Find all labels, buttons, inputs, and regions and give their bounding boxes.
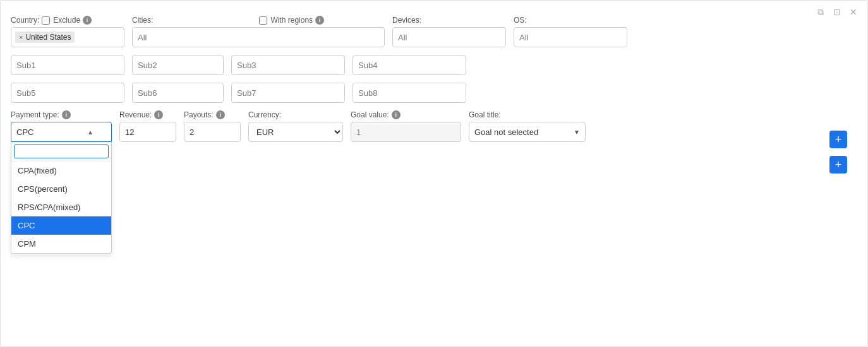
goal-title-select[interactable]: Goal not selected ▼: [469, 122, 586, 142]
cities-input[interactable]: [132, 27, 385, 47]
dropdown-search-container: [11, 142, 111, 162]
row-sub1-4: [11, 55, 857, 75]
sub2-input[interactable]: [132, 55, 224, 75]
goal-title-arrow: ▼: [574, 129, 580, 136]
goal-value-field: Goal value: i: [351, 110, 461, 142]
plus-button-2[interactable]: +: [829, 156, 847, 174]
revenue-info-icon[interactable]: i: [154, 110, 163, 119]
goal-title-field: Goal title: Goal not selected ▼: [469, 110, 586, 142]
payouts-info-icon[interactable]: i: [216, 110, 225, 119]
top-icons: ⧉ ⊡ ✕: [814, 6, 860, 18]
country-tag-close[interactable]: ×: [19, 33, 23, 41]
revenue-field: Revenue: i: [119, 110, 176, 142]
payment-row-wrapper: Payment type: i CPC ▲ CPA(fixed) CPS(per…: [11, 110, 857, 142]
country-info-icon[interactable]: i: [83, 16, 92, 25]
with-regions-label[interactable]: With regions: [259, 16, 313, 25]
goal-value-label: Goal value: i: [351, 110, 461, 119]
dropdown-item-cpa-fixed[interactable]: CPA(fixed): [11, 162, 111, 180]
plus-button-1[interactable]: +: [829, 131, 847, 148]
row-payment: Payment type: i CPC ▲ CPA(fixed) CPS(per…: [11, 110, 857, 142]
main-container: ⧉ ⊡ ✕ Country: Exclude i × United States: [0, 0, 868, 347]
row-1: Country: Exclude i × United States Citie…: [11, 16, 857, 47]
goal-value-info-icon[interactable]: i: [392, 110, 401, 119]
payment-info-icon[interactable]: i: [62, 110, 71, 119]
country-label: Country: Exclude i: [11, 16, 124, 25]
country-tag-input[interactable]: × United States: [11, 27, 124, 47]
cities-label-row: Cities: With regions i: [132, 16, 385, 25]
dropdown-item-cpm[interactable]: CPM: [11, 235, 111, 253]
payouts-input[interactable]: [184, 122, 241, 142]
currency-select[interactable]: EUR USD GBP: [248, 122, 343, 142]
currency-label: Currency:: [248, 110, 343, 119]
os-label: OS:: [514, 16, 627, 25]
payment-type-select[interactable]: CPC ▲: [11, 122, 112, 142]
payment-type-arrow: ▲: [87, 129, 93, 136]
payment-type-dropdown: CPA(fixed) CPS(percent) RPS/CPA(mixed) C…: [11, 142, 112, 254]
os-input[interactable]: [514, 27, 627, 47]
row-sub5-8: [11, 83, 857, 103]
dropdown-item-cps-percent[interactable]: CPS(percent): [11, 180, 111, 198]
devices-label: Devices:: [392, 16, 506, 25]
clipboard-icon[interactable]: ⊡: [831, 6, 843, 18]
revenue-label: Revenue: i: [119, 110, 176, 119]
cities-info-icon[interactable]: i: [315, 16, 324, 25]
payouts-field: Payouts: i: [184, 110, 241, 142]
sub1-input[interactable]: [11, 55, 124, 75]
payment-type-field: Payment type: i CPC ▲ CPA(fixed) CPS(per…: [11, 110, 112, 142]
close-icon[interactable]: ✕: [847, 6, 860, 18]
sub5-input[interactable]: [11, 83, 124, 103]
revenue-input[interactable]: [119, 122, 176, 142]
copy-icon[interactable]: ⧉: [814, 6, 827, 18]
with-regions-checkbox[interactable]: [259, 16, 267, 25]
sub8-input[interactable]: [353, 83, 466, 103]
dropdown-item-rps-cpa[interactable]: RPS/CPA(mixed): [11, 198, 111, 216]
exclude-checkbox[interactable]: [42, 16, 50, 25]
os-field: OS:: [514, 16, 627, 47]
sub3-input[interactable]: [231, 55, 345, 75]
currency-field: Currency: EUR USD GBP: [248, 110, 343, 142]
dropdown-item-cpc[interactable]: CPC: [11, 216, 111, 235]
goal-value-input[interactable]: [351, 122, 461, 142]
devices-input[interactable]: [392, 27, 506, 47]
dropdown-search-input[interactable]: [14, 144, 109, 158]
payment-type-label: Payment type: i: [11, 110, 112, 119]
sub4-input[interactable]: [353, 55, 466, 75]
country-tag: × United States: [15, 32, 75, 43]
goal-title-label: Goal title:: [469, 110, 586, 119]
sub6-input[interactable]: [132, 83, 224, 103]
per-row-wrapper: Per +: [11, 152, 857, 177]
exclude-checkbox-label[interactable]: Exclude: [42, 16, 80, 25]
cities-field: Cities: With regions i: [132, 16, 385, 47]
devices-field: Devices:: [392, 16, 506, 47]
country-field: Country: Exclude i × United States: [11, 16, 124, 47]
sub7-input[interactable]: [231, 83, 345, 103]
payouts-label: Payouts: i: [184, 110, 241, 119]
payment-type-select-wrapper: CPC ▲ CPA(fixed) CPS(percent) RPS/CPA(mi…: [11, 122, 112, 142]
